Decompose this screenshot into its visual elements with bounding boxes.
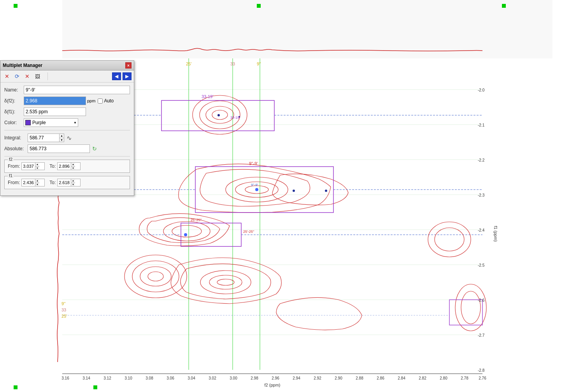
multiplet-manager-titlebar: Multiplet Manager × bbox=[0, 61, 134, 70]
f2-to-arrows: ▲ ▼ bbox=[71, 163, 75, 170]
f2-from-label: From: bbox=[8, 163, 20, 169]
df2-label: δ(f2): bbox=[4, 98, 24, 104]
integral-down-button[interactable]: ▼ bbox=[60, 138, 64, 142]
df2-input[interactable] bbox=[24, 97, 86, 105]
svg-text:2.80: 2.80 bbox=[440, 376, 447, 380]
image-button[interactable]: 🖼 bbox=[33, 72, 42, 81]
f1-from-label: From: bbox=[8, 180, 20, 185]
svg-text:2.78: 2.78 bbox=[461, 376, 468, 380]
f1-from-arrows: ▲ ▼ bbox=[35, 179, 39, 186]
close-button[interactable]: × bbox=[125, 62, 132, 69]
f2-from-value: 3.037 bbox=[22, 164, 35, 169]
svg-text:2.76: 2.76 bbox=[479, 376, 486, 380]
svg-text:-2.8: -2.8 bbox=[478, 368, 485, 373]
multiplet-manager-body: Name: δ(f2): ppm Auto δ(f1): Color: Purp… bbox=[0, 83, 134, 195]
f1-to-arrows: ▲ ▼ bbox=[71, 179, 75, 186]
f1-to-spinbox[interactable]: 2.618 ▲ ▼ bbox=[57, 179, 81, 186]
svg-text:9'': 9'' bbox=[257, 62, 261, 66]
svg-text:2.92: 2.92 bbox=[314, 376, 321, 380]
svg-text:33-19': 33-19' bbox=[202, 94, 213, 99]
f1-section: f1 From: 2.436 ▲ ▼ To: 2.618 ▲ ▼ bbox=[4, 176, 130, 189]
image-icon: 🖼 bbox=[35, 74, 40, 79]
svg-point-32 bbox=[325, 190, 327, 192]
f2-to-label: To: bbox=[49, 163, 56, 169]
divider-2 bbox=[4, 156, 130, 156]
svg-text:25': 25' bbox=[61, 314, 67, 318]
svg-text:25': 25' bbox=[186, 62, 191, 66]
svg-text:2.84: 2.84 bbox=[398, 376, 405, 380]
color-swatch bbox=[25, 120, 31, 125]
f1-legend: f1 bbox=[8, 173, 14, 178]
f1-to-label: To: bbox=[49, 180, 56, 185]
toolbar-divider bbox=[47, 72, 48, 80]
df1-label: δ(f1): bbox=[4, 109, 24, 114]
auto-checkbox[interactable] bbox=[98, 98, 103, 104]
svg-text:3.06: 3.06 bbox=[167, 376, 174, 380]
f2-to-down-button[interactable]: ▼ bbox=[71, 167, 75, 170]
f2-from-arrows: ▲ ▼ bbox=[35, 163, 39, 170]
svg-text:-2.4: -2.4 bbox=[478, 228, 485, 232]
svg-text:3.02: 3.02 bbox=[209, 376, 216, 380]
absolute-row: Absolute: ↻ bbox=[4, 144, 130, 153]
svg-text:2.90: 2.90 bbox=[335, 376, 342, 380]
color-value: Purple bbox=[32, 120, 46, 125]
svg-rect-1 bbox=[62, 0, 552, 58]
svg-text:2.88: 2.88 bbox=[356, 376, 363, 380]
f2-from-down-button[interactable]: ▼ bbox=[35, 167, 39, 170]
df1-row: δ(f1): bbox=[4, 107, 130, 116]
refresh-icon[interactable]: ↻ bbox=[92, 146, 97, 152]
integral-spinbox[interactable]: 586.77 ▲ ▼ bbox=[28, 134, 64, 142]
f2-from-up-button[interactable]: ▲ bbox=[35, 163, 39, 167]
color-label: Color: bbox=[4, 120, 24, 125]
auto-label: Auto bbox=[104, 98, 114, 104]
multiplet-manager-title: Multiplet Manager bbox=[3, 63, 42, 68]
svg-text:-2.2: -2.2 bbox=[478, 158, 485, 162]
prev-button[interactable]: ◀ bbox=[112, 72, 121, 80]
f2-to-up-button[interactable]: ▲ bbox=[71, 163, 75, 167]
f1-to-up-button[interactable]: ▲ bbox=[71, 179, 75, 183]
f2-legend: f2 bbox=[8, 157, 14, 162]
delete-icon: ✕ bbox=[5, 73, 9, 79]
df2-row: δ(f2): ppm Auto bbox=[4, 97, 130, 105]
dropdown-arrow-icon: ▼ bbox=[74, 121, 77, 125]
spectrum-area: 33-19' 33-19' 9''-9' 9''-9' bbox=[0, 0, 563, 392]
auto-checkbox-label: Auto bbox=[98, 98, 114, 104]
f2-from-spinbox[interactable]: 3.037 ▲ ▼ bbox=[21, 162, 45, 170]
svg-point-30 bbox=[255, 188, 258, 191]
svg-text:9''-9': 9''-9' bbox=[249, 161, 258, 166]
f1-from-spinbox[interactable]: 2.436 ▲ ▼ bbox=[21, 179, 45, 186]
name-input[interactable] bbox=[24, 86, 130, 94]
name-label: Name: bbox=[4, 87, 24, 93]
svg-rect-98 bbox=[14, 385, 18, 389]
color-selector[interactable]: Purple ▼ bbox=[24, 118, 78, 127]
f1-to-down-button[interactable]: ▼ bbox=[71, 183, 75, 186]
next-button[interactable]: ▶ bbox=[123, 72, 132, 80]
f1-from-down-button[interactable]: ▼ bbox=[35, 183, 39, 186]
delete-button[interactable]: ✕ bbox=[3, 72, 11, 81]
f1-from-value: 2.436 bbox=[22, 180, 35, 185]
svg-text:2.98: 2.98 bbox=[251, 376, 258, 380]
integral-spinbox-arrows: ▲ ▼ bbox=[59, 134, 64, 142]
f2-range-row: From: 3.037 ▲ ▼ To: 2.896 ▲ ▼ bbox=[8, 162, 126, 170]
df2-unit: ppm bbox=[87, 98, 95, 103]
svg-text:-2.0: -2.0 bbox=[478, 88, 485, 92]
multiplet-manager-panel: Multiplet Manager × ✕ ⟳ ✕ 🖼 ◀ ▶ Name: δ(… bbox=[0, 60, 134, 196]
integral-up-button[interactable]: ▲ bbox=[60, 134, 64, 138]
color-row: Color: Purple ▼ bbox=[4, 118, 130, 127]
svg-point-31 bbox=[293, 190, 295, 192]
remove-icon: ✕ bbox=[25, 73, 30, 79]
svg-text:3.14: 3.14 bbox=[82, 376, 90, 380]
svg-text:3.16: 3.16 bbox=[61, 376, 69, 380]
integral-wave-icon: ∿ bbox=[67, 134, 72, 142]
remove-button[interactable]: ✕ bbox=[23, 72, 32, 81]
svg-text:2.86: 2.86 bbox=[377, 376, 384, 380]
svg-point-20 bbox=[217, 114, 220, 116]
fit-button[interactable]: ⟳ bbox=[13, 72, 21, 81]
svg-text:33: 33 bbox=[230, 62, 235, 66]
f2-to-spinbox[interactable]: 2.896 ▲ ▼ bbox=[57, 162, 81, 170]
svg-text:-2.7: -2.7 bbox=[478, 333, 485, 338]
svg-text:f1 (ppm): f1 (ppm) bbox=[493, 226, 498, 242]
f1-from-up-button[interactable]: ▲ bbox=[35, 179, 39, 183]
absolute-input[interactable] bbox=[28, 144, 90, 153]
df1-input[interactable] bbox=[24, 107, 86, 116]
